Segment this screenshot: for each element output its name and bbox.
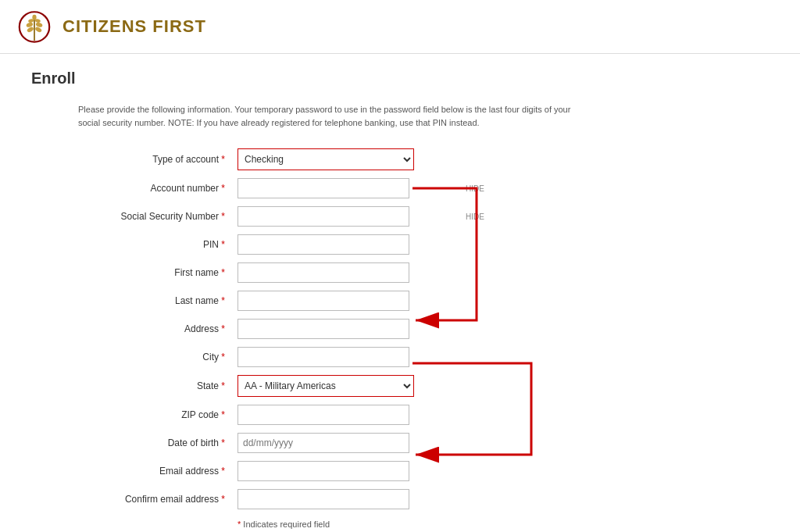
- field-row-confirm-email: Confirm email address *: [78, 485, 625, 513]
- input-cell-last-name: [234, 287, 625, 315]
- label-pin: PIN *: [78, 230, 234, 259]
- required-star: *: [221, 466, 225, 477]
- ssn-input[interactable]: [238, 206, 409, 227]
- first-name-input[interactable]: [238, 262, 409, 283]
- page-content: Enroll Please provide the following info…: [0, 54, 800, 532]
- account-number-input[interactable]: [238, 178, 409, 198]
- required-star: *: [221, 239, 225, 250]
- brand-name: CITIZENS FIRST: [62, 16, 206, 37]
- field-row-pin: PIN *: [78, 230, 625, 259]
- label-ssn: Social Security Number *: [78, 202, 234, 230]
- field-row-email: Email address *: [78, 457, 625, 485]
- required-star: *: [221, 352, 225, 362]
- pin-input[interactable]: [238, 234, 409, 255]
- hide-ssn-btn[interactable]: HIDE: [466, 212, 484, 221]
- required-star: *: [221, 409, 225, 420]
- required-star: *: [221, 437, 225, 448]
- confirm-email-input[interactable]: [238, 489, 409, 509]
- field-row-account-type: Type of account * Checking Savings Money…: [78, 145, 625, 174]
- field-row-dob: Date of birth *: [78, 429, 625, 457]
- hide-account-number-btn[interactable]: HIDE: [466, 184, 484, 193]
- required-star: *: [221, 267, 225, 278]
- label-first-name: First name *: [78, 259, 234, 287]
- zip-input[interactable]: [238, 405, 409, 425]
- required-star: *: [221, 154, 225, 165]
- required-star: *: [221, 211, 225, 222]
- label-state: State *: [78, 371, 234, 401]
- label-account-type: Type of account *: [78, 145, 234, 174]
- svg-point-8: [32, 15, 36, 20]
- last-name-input[interactable]: [238, 291, 409, 311]
- required-star: *: [221, 380, 225, 391]
- svg-point-3: [26, 22, 34, 28]
- required-star: *: [221, 494, 225, 505]
- page-title: Enroll: [31, 70, 769, 87]
- field-row-state: State * AA - Military Americas AE - Mili…: [78, 371, 625, 401]
- label-confirm-email: Confirm email address *: [78, 485, 234, 513]
- svg-point-6: [35, 22, 43, 28]
- field-row-address: Address *: [78, 315, 625, 343]
- email-input[interactable]: [238, 461, 409, 481]
- label-last-name: Last name *: [78, 287, 234, 315]
- label-city: City *: [78, 343, 234, 371]
- required-star: *: [221, 295, 225, 306]
- field-row-account-number: Account number * HIDE: [78, 174, 625, 202]
- required-note: * Indicates required field: [238, 520, 769, 529]
- input-cell-pin: [234, 230, 625, 259]
- logo-icon: [16, 8, 53, 45]
- input-cell-zip: [234, 401, 625, 429]
- header: CITIZENS FIRST: [0, 0, 800, 54]
- label-dob: Date of birth *: [78, 429, 234, 457]
- required-star-note: *: [238, 520, 241, 529]
- input-cell-first-name: [234, 259, 625, 287]
- input-cell-confirm-email: [234, 485, 625, 513]
- input-cell-ssn: HIDE: [234, 202, 625, 230]
- svg-point-5: [34, 26, 42, 33]
- input-cell-email: [234, 457, 625, 485]
- address-input[interactable]: [238, 319, 409, 339]
- input-cell-address: [234, 315, 625, 343]
- input-cell-account-number: HIDE: [234, 174, 625, 202]
- input-cell-account-type: Checking Savings Money Market: [234, 145, 625, 174]
- dob-input[interactable]: [238, 433, 409, 453]
- label-zip: ZIP code *: [78, 401, 234, 429]
- field-row-last-name: Last name *: [78, 287, 625, 315]
- account-type-select[interactable]: Checking Savings Money Market: [238, 148, 414, 170]
- state-select[interactable]: AA - Military Americas AE - Military Eur…: [238, 375, 414, 397]
- field-row-ssn: Social Security Number * HIDE: [78, 202, 625, 230]
- form-wrapper: Please provide the following information…: [78, 103, 769, 532]
- enrollment-form: Type of account * Checking Savings Money…: [78, 145, 625, 513]
- field-row-city: City *: [78, 343, 625, 371]
- label-account-number: Account number *: [78, 174, 234, 202]
- label-email: Email address *: [78, 457, 234, 485]
- svg-point-2: [27, 26, 34, 33]
- input-cell-city: [234, 343, 625, 371]
- field-row-first-name: First name *: [78, 259, 625, 287]
- info-text: Please provide the following information…: [78, 103, 578, 129]
- city-input[interactable]: [238, 347, 409, 367]
- required-star: *: [221, 183, 225, 194]
- input-cell-dob: [234, 429, 625, 457]
- form-area: Type of account * Checking Savings Money…: [78, 145, 769, 513]
- input-cell-state: AA - Military Americas AE - Military Eur…: [234, 371, 625, 401]
- field-row-zip: ZIP code *: [78, 401, 625, 429]
- required-note-text: Indicates required field: [243, 520, 330, 529]
- required-star: *: [221, 323, 225, 334]
- label-address: Address *: [78, 315, 234, 343]
